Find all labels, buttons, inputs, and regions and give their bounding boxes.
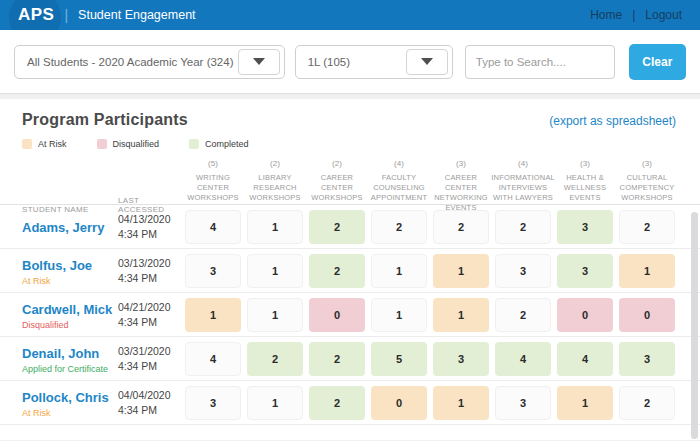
column-count: (3) [642,159,652,168]
accessed-time: 4:34 PM [118,227,182,241]
student-name-link[interactable]: Cardwell, Mick [22,302,112,317]
student-name-link[interactable]: Bolfus, Joe [22,258,92,273]
engagement-cell: 4 [182,342,244,376]
home-link[interactable]: Home [590,8,622,22]
engagement-count-chip: 2 [619,210,675,244]
cohort-dropdown-value: All Students - 2020 Academic Year (324) [27,56,234,68]
column-header: (3)CULTURAL COMPETENCY WORKSHOPS [616,159,678,214]
accessed-time: 4:34 PM [118,359,182,373]
engagement-cell: 3 [492,254,554,288]
engagement-cell: 1 [616,254,678,288]
accessed-time: 4:34 PM [118,271,182,285]
engagement-cell: 0 [306,298,368,332]
engagement-cell: 4 [182,210,244,244]
engagement-cell: 1 [554,386,616,420]
app-title: Student Engagement [78,8,195,22]
legend-label: Completed [205,139,249,149]
column-count: (3) [580,159,590,168]
last-accessed-cell: 04/21/20204:34 PM [118,300,182,328]
engagement-cell: 4 [554,342,616,376]
engagement-cell: 3 [492,386,554,420]
chevron-down-icon[interactable] [406,49,448,75]
table-row: Cardwell, MickDisqualified04/21/20204:34… [0,293,700,337]
engagement-cell: 1 [430,298,492,332]
engagement-count-chip: 2 [619,386,675,420]
logout-link[interactable]: Logout [645,8,682,22]
student-name-link[interactable]: Pollock, Chris [22,390,109,405]
engagement-count-chip: 1 [619,254,675,288]
last-accessed-cell: 04/13/20204:34 PM [118,212,182,240]
engagement-count-chip: 1 [557,386,613,420]
column-count: (4) [518,159,528,168]
status-label: Applied for Certificate [22,364,118,374]
engagement-count-chip: 2 [309,386,365,420]
column-label: FACULTY COUNSELING APPOINTMENT [368,173,430,203]
student-name-cell: Denail, JohnApplied for Certificate [22,344,118,374]
last-accessed-header: LAST ACCESSED [118,196,182,214]
engagement-count-chip: 3 [619,342,675,376]
chevron-down-icon[interactable] [238,49,280,75]
legend-item: Disqualified [97,139,160,149]
navbar-divider: | [64,7,68,23]
engagement-cell: 2 [306,254,368,288]
engagement-cell: 3 [430,342,492,376]
student-name-cell: Bolfus, JoeAt Risk [22,256,118,286]
student-name-link[interactable]: Denail, John [22,346,99,361]
table-row: Bolfus, JoeAt Risk03/13/20204:34 PM31211… [0,249,700,293]
engagement-count-chip: 1 [433,298,489,332]
engagement-count-chip: 3 [557,254,613,288]
accessed-date: 03/13/2020 [118,256,182,270]
engagement-cell: 2 [492,298,554,332]
student-name-link[interactable]: Adams, Jerry [22,220,104,235]
engagement-count-chip: 4 [185,210,241,244]
search-input[interactable] [465,45,615,79]
engagement-count-chip: 3 [185,254,241,288]
column-header: (5)WRITING CENTER WORKSHOPS [182,159,244,214]
scrollbar-track[interactable] [691,212,698,439]
engagement-cell: 3 [182,254,244,288]
engagement-cell: 2 [306,386,368,420]
clear-button[interactable]: Clear [629,44,686,80]
column-label: CULTURAL COMPETENCY WORKSHOPS [616,173,678,203]
engagement-cell: 0 [616,298,678,332]
engagement-count-chip: 1 [371,298,427,332]
export-link[interactable]: (export as spreadsheet) [549,114,676,128]
engagement-cell: 3 [554,210,616,244]
column-count: (2) [270,159,280,168]
legend: At RiskDisqualifiedCompleted [0,139,700,149]
engagement-count-chip: 0 [371,386,427,420]
column-count: (4) [394,159,404,168]
accessed-date: 04/21/2020 [118,300,182,314]
engagement-count-chip: 4 [185,342,241,376]
column-header: (2)LIBRARY RESEARCH WORKSHOPS [244,159,306,214]
engagement-count-chip: 2 [433,210,489,244]
scrollbar-thumb[interactable] [691,212,698,439]
engagement-count-chip: 4 [557,342,613,376]
accessed-date: 03/31/2020 [118,344,182,358]
status-label: At Risk [22,408,118,418]
cohort-dropdown[interactable]: All Students - 2020 Academic Year (324) [14,45,285,79]
engagement-cell: 1 [244,254,306,288]
engagement-count-chip: 3 [433,342,489,376]
student-name-cell: Pollock, ChrisAt Risk [22,388,118,418]
engagement-cell: 1 [244,210,306,244]
engagement-cell: 0 [368,386,430,420]
last-accessed-cell: 03/13/20204:34 PM [118,256,182,284]
engagement-count-chip: 1 [247,298,303,332]
table-row: Pollock, ChrisAt Risk04/04/20204:34 PM31… [0,381,700,425]
aps-logo: APS [18,5,54,25]
class-dropdown[interactable]: 1L (105) [295,45,453,79]
engagement-count-chip: 2 [247,342,303,376]
engagement-cell: 2 [616,210,678,244]
engagement-count-chip: 3 [495,254,551,288]
last-accessed-cell: 04/04/20204:34 PM [118,388,182,416]
engagement-count-chip: 3 [557,210,613,244]
engagement-cell: 2 [616,386,678,420]
status-label: At Risk [22,276,118,286]
participants-table: STUDENT NAME LAST ACCESSED (5)WRITING CE… [0,159,700,425]
column-count: (2) [332,159,342,168]
engagement-cell: 1 [430,386,492,420]
accessed-date: 04/04/2020 [118,388,182,402]
accessed-time: 4:34 PM [118,315,182,329]
student-name-header: STUDENT NAME [22,205,118,214]
